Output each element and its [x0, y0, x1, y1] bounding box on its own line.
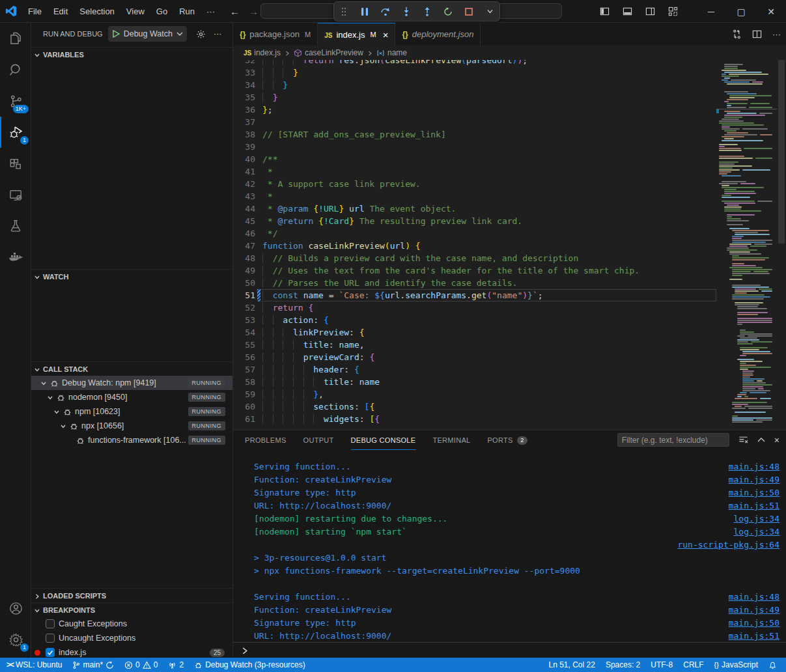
step-out-icon[interactable] [421, 6, 433, 18]
line-number[interactable]: 56 [233, 351, 255, 363]
status-notifications[interactable] [763, 658, 782, 672]
toggle-secondary-sidebar-icon[interactable] [645, 7, 655, 16]
close-tab-icon[interactable]: × [383, 29, 389, 40]
line-number[interactable]: 45 [233, 215, 255, 227]
section-header-watch[interactable]: WATCH [31, 269, 232, 283]
tab-deployment.json[interactable]: {}deployment.json [395, 23, 481, 46]
chevron-down-icon[interactable] [60, 423, 66, 430]
nav-forward-icon[interactable]: → [249, 6, 259, 17]
line-number[interactable]: 58 [233, 376, 255, 388]
line-number[interactable]: 40 [233, 153, 255, 165]
section-header-breakpoints[interactable]: BREAKPOINTS [31, 602, 232, 617]
line-number[interactable]: 42 [233, 178, 255, 190]
line-number[interactable]: 59 [233, 388, 255, 400]
line-number[interactable]: 39 [233, 141, 255, 153]
tab-package.json[interactable]: {}package.jsonM [233, 23, 318, 46]
line-number[interactable]: 57 [233, 363, 255, 376]
activity-run-and-debug[interactable]: 1 [0, 117, 31, 148]
breakpoint-row[interactable]: Caught Exceptions [31, 617, 232, 631]
dropdown-icon[interactable] [484, 6, 496, 18]
code-editor[interactable]: 32 return res.json(caseLinkPreview(parse… [233, 60, 786, 430]
toggle-panel-icon[interactable] [623, 7, 632, 16]
activity-source-control[interactable]: 1K+ [0, 85, 31, 117]
line-number[interactable]: 33 [233, 66, 255, 79]
status-branch[interactable]: main* [67, 658, 119, 672]
menu-selection[interactable]: Selection [74, 4, 120, 19]
split-editor-icon[interactable] [752, 29, 762, 39]
checkbox[interactable] [46, 634, 55, 643]
minimap[interactable] [716, 60, 777, 430]
line-number[interactable]: 60 [233, 400, 255, 413]
menu-moremoremore[interactable]: ··· [201, 4, 221, 19]
line-number[interactable]: 51 [233, 289, 255, 301]
console-source-link[interactable]: log.js:34 [734, 525, 779, 539]
activity-accounts[interactable] [0, 593, 31, 624]
status-remote[interactable]: ><WSL: Ubuntu [0, 658, 67, 672]
console-source-link[interactable]: log.js:34 [734, 512, 779, 525]
step-over-icon[interactable] [380, 6, 391, 18]
line-number[interactable]: 34 [233, 79, 255, 91]
line-number[interactable]: 43 [233, 190, 255, 203]
chevron-down-icon[interactable] [53, 409, 60, 415]
line-number[interactable]: 50 [233, 277, 255, 289]
launch-config-dropdown[interactable]: Debug Watch [108, 26, 187, 42]
console-source-link[interactable]: run-script-pkg.js:64 [677, 539, 779, 552]
breadcrumb-item[interactable]: JSindex.js [244, 48, 281, 57]
start-debug-icon[interactable] [112, 30, 120, 38]
restart-icon[interactable] [442, 6, 454, 18]
panel-tab-output[interactable]: OUTPUT [303, 430, 334, 450]
status-encoding[interactable]: UTF-8 [645, 658, 678, 672]
line-number[interactable]: 54 [233, 326, 255, 339]
callstack-row[interactable]: npm [10623]RUNNING [31, 404, 232, 419]
console-source-link[interactable]: main.js:51 [729, 499, 779, 512]
step-into-icon[interactable] [400, 6, 412, 18]
menu-view[interactable]: View [120, 4, 150, 19]
section-header-variables[interactable]: VARIABLES [31, 47, 232, 61]
close-button[interactable]: ✕ [756, 0, 786, 23]
menu-edit[interactable]: Edit [48, 4, 74, 19]
line-number[interactable]: 36 [233, 104, 255, 116]
console-filter-input[interactable] [617, 433, 729, 447]
status-cursor-position[interactable]: Ln 51, Col 22 [544, 658, 600, 672]
callstack-row[interactable]: functions-framework [106...RUNNING [31, 433, 232, 447]
line-number[interactable]: 37 [233, 116, 255, 128]
status-problems[interactable]: 00 [119, 658, 163, 672]
maximize-panel-icon[interactable] [757, 437, 765, 443]
line-number[interactable]: 49 [233, 264, 255, 277]
line-number[interactable]: 47 [233, 240, 255, 252]
panel-tab-ports[interactable]: PORTS2 [487, 430, 527, 450]
menu-go[interactable]: Go [150, 4, 173, 19]
checkbox[interactable] [46, 619, 55, 628]
scrollbar-slider[interactable] [778, 60, 785, 244]
panel-tab-problems[interactable]: PROBLEMS [245, 430, 287, 450]
editor-more-actions-icon[interactable]: ··· [772, 29, 781, 39]
menu-run[interactable]: Run [173, 4, 201, 19]
console-source-link[interactable]: main.js:49 [729, 473, 779, 486]
debug-console-input[interactable] [233, 642, 786, 658]
line-number[interactable]: 61 [233, 413, 255, 425]
activity-extensions[interactable] [0, 148, 31, 179]
open-changes-icon[interactable] [732, 29, 742, 39]
pause-icon[interactable] [359, 6, 371, 18]
line-number[interactable]: 35 [233, 91, 255, 104]
close-panel-icon[interactable]: × [774, 435, 779, 445]
callstack-row[interactable]: Debug Watch: npm [9419]RUNNING [31, 376, 232, 390]
console-source-link[interactable]: main.js:48 [729, 591, 779, 604]
console-source-link[interactable]: main.js:51 [729, 630, 779, 642]
line-number[interactable]: 53 [233, 314, 255, 326]
debug-settings-gear-icon[interactable] [196, 29, 206, 39]
breakpoint-row[interactable]: Uncaught Exceptions [31, 631, 232, 645]
activity-search[interactable] [0, 54, 31, 85]
activity-docker[interactable] [0, 242, 31, 273]
activity-testing[interactable] [0, 210, 31, 242]
status-indentation[interactable]: Spaces: 2 [600, 658, 645, 672]
editor-scrollbar[interactable] [777, 60, 786, 430]
console-source-link[interactable]: main.js:49 [729, 604, 779, 617]
activity-remote-explorer[interactable] [0, 179, 31, 210]
line-number[interactable]: 41 [233, 165, 255, 178]
console-source-link[interactable]: main.js:48 [729, 460, 779, 473]
menu-file[interactable]: File [22, 4, 48, 19]
status-ports[interactable]: 2 [163, 658, 189, 672]
sidebar-more-actions-icon[interactable]: ··· [214, 29, 222, 38]
toggle-primary-sidebar-icon[interactable] [600, 7, 610, 16]
